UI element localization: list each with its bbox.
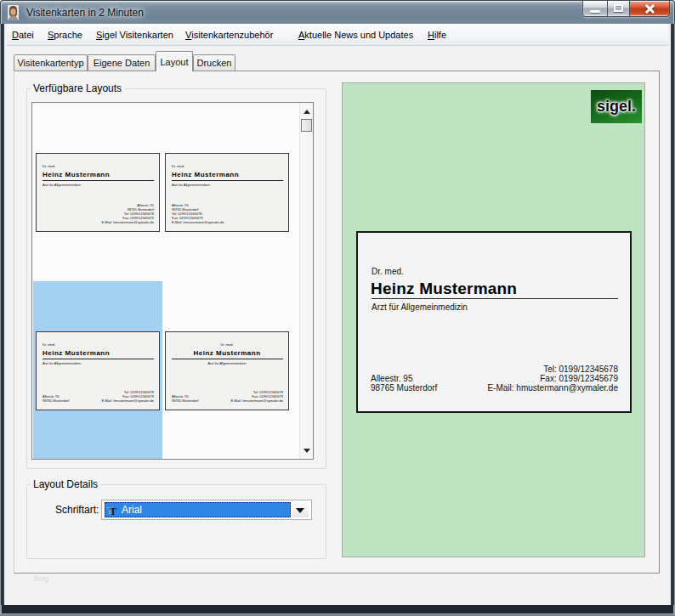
card-contact: Tel: 0199/12345678Fax: 0199/12345679E-Ma… xyxy=(487,365,618,393)
app-icon xyxy=(8,5,19,20)
thumb-rule xyxy=(172,180,283,181)
thumb-contact-block: Alleestr. 9598765 MusterdorfTel: 0199/12… xyxy=(172,203,224,224)
thumb-subtitle: Arzt für Allgemeinmedizin xyxy=(172,183,210,187)
scroll-up-icon[interactable] xyxy=(303,110,310,114)
thumb-address: Alleestr. 9598765 Musterdorf xyxy=(172,394,198,403)
thumb-name: Heinz Mustermann xyxy=(166,349,288,357)
thumb-rule xyxy=(172,359,283,359)
truetype-icon: TT xyxy=(106,505,118,516)
thumb-subtitle: Arzt für Allgemeinmedizin xyxy=(166,361,288,365)
thumb-name: Heinz Mustermann xyxy=(172,171,239,178)
window-frame-left xyxy=(0,24,7,605)
thumb-prefix: Dr. med. xyxy=(43,342,55,347)
sigel-logo-text: sigel. xyxy=(597,98,636,116)
tab-eigene-daten[interactable]: Eigene Daten xyxy=(88,54,156,71)
maximize-button[interactable] xyxy=(607,1,630,17)
minimize-button[interactable] xyxy=(582,1,607,17)
card-subtitle: Arzt für Allgemeinmedizin xyxy=(372,302,468,312)
maximize-icon xyxy=(614,4,623,12)
available-layouts-title: Verfügbare Layouts xyxy=(31,82,124,94)
layout-details-group: Layout Details xyxy=(26,484,326,559)
card-rule xyxy=(372,298,618,299)
watermark: blog xyxy=(34,574,48,583)
tab-layout[interactable]: Layout xyxy=(156,51,193,71)
thumb-name: Heinz Mustermann xyxy=(43,349,110,357)
layout-list-scrollbar[interactable] xyxy=(299,103,313,459)
card-name: Heinz Mustermann xyxy=(371,280,517,298)
close-button[interactable] xyxy=(630,1,670,17)
layout-option-3[interactable]: Dr. med.Heinz MustermannArzt für Allgeme… xyxy=(33,281,162,460)
window-controls xyxy=(582,1,670,17)
menu-item-hilfe[interactable]: Hilfe xyxy=(428,24,446,45)
thumb-address: Alleestr. 9598765 Musterdorf xyxy=(43,394,69,403)
font-combobox[interactable]: TT Arial xyxy=(101,500,312,520)
minimize-icon xyxy=(590,10,600,13)
thumb-contact-block: Alleestr. 9598765 MusterdorfTel: 0199/12… xyxy=(102,203,154,224)
window-title: Visitenkarten in 2 Minuten xyxy=(26,7,144,19)
close-icon xyxy=(645,4,655,14)
card-prefix: Dr. med. xyxy=(372,267,404,276)
scroll-down-icon[interactable] xyxy=(303,449,310,453)
chevron-down-icon xyxy=(296,508,304,513)
scrollbar-thumb[interactable] xyxy=(301,119,312,132)
layout-thumbnail-1: Dr. med.Heinz MustermannArzt für Allgeme… xyxy=(36,153,160,232)
card-address: Alleestr. 9598765 Musterdorf xyxy=(371,374,437,393)
layout-option-4[interactable]: Dr. med.Heinz MustermannArzt für Allgeme… xyxy=(162,281,292,460)
thumb-subtitle: Arzt für Allgemeinmedizin xyxy=(43,183,81,187)
layout-list: Dr. med.Heinz MustermannArzt für Allgeme… xyxy=(31,102,314,460)
thumb-name: Heinz Mustermann xyxy=(43,171,110,178)
menu-bar: DateiSpracheSigel VisitenkartenVisitenka… xyxy=(7,24,668,46)
window-frame-bottom xyxy=(0,605,675,616)
menu-item-datei[interactable]: Datei xyxy=(12,24,34,45)
font-combobox-value: Arial xyxy=(122,504,142,516)
layout-option-2[interactable]: Dr. med.Heinz MustermannArzt für Allgeme… xyxy=(162,103,292,281)
title-bar: Visitenkarten in 2 Minuten xyxy=(0,0,675,24)
thumb-prefix: Dr. med. xyxy=(172,164,184,168)
font-combobox-field[interactable]: TT Arial xyxy=(105,502,291,517)
layout-thumbnail-3: Dr. med.Heinz MustermannArzt für Allgeme… xyxy=(36,331,160,410)
sigel-logo: sigel. xyxy=(591,90,642,123)
thumb-contact: Tel: 0199/12345678Fax: 0199/12345679E-Ma… xyxy=(231,390,283,403)
tab-drucken[interactable]: Drucken xyxy=(193,54,235,71)
thumb-rule xyxy=(43,180,154,181)
layout-thumbnail-2: Dr. med.Heinz MustermannArzt für Allgeme… xyxy=(165,153,289,232)
app-window: Visitenkarten in 2 Minuten DateiSpracheS… xyxy=(0,0,675,616)
thumb-prefix: Dr. med. xyxy=(43,164,55,168)
font-label: Schriftart: xyxy=(55,504,99,516)
tab-visitenkartentyp[interactable]: Visitenkartentyp xyxy=(14,54,88,71)
thumb-rule xyxy=(43,359,154,359)
layout-option-1[interactable]: Dr. med.Heinz MustermannArzt für Allgeme… xyxy=(33,103,162,281)
window-frame-right xyxy=(668,24,675,605)
thumb-contact: Tel: 0199/12345678Fax: 0199/12345679E-Ma… xyxy=(102,390,154,403)
menu-item-sprache[interactable]: Sprache xyxy=(48,24,82,45)
menu-item-sigel-visitenkarten[interactable]: Sigel Visitenkarten xyxy=(96,24,173,45)
thumb-subtitle: Arzt für Allgemeinmedizin xyxy=(43,361,81,365)
layout-details-title: Layout Details xyxy=(31,478,100,490)
menu-item-visitenkartenzubeh-r[interactable]: Visitenkartenzubehör xyxy=(185,24,273,45)
card-preview: Dr. med. Heinz Mustermann Arzt für Allge… xyxy=(356,231,632,413)
menu-item-aktuelle-news-und-updates[interactable]: Aktuelle News und Updates xyxy=(298,24,413,45)
font-combobox-dropdown-button[interactable] xyxy=(292,502,309,517)
thumb-prefix: Dr. med. xyxy=(166,342,288,347)
layout-thumbnail-4: Dr. med.Heinz MustermannArzt für Allgeme… xyxy=(165,331,289,410)
